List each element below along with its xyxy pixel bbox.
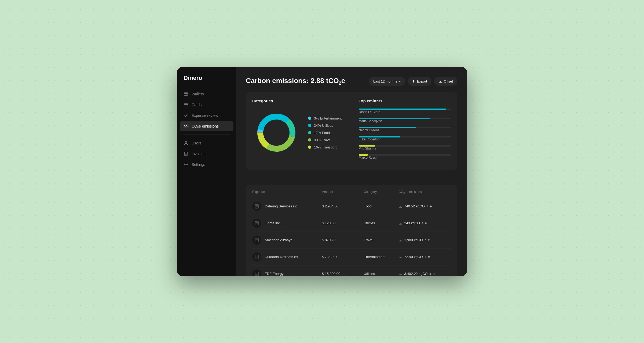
cloud-icon: ☁ (398, 221, 402, 225)
category-cell: Utilities (364, 221, 398, 225)
sidebar-item-invoices[interactable]: Invoices (177, 149, 236, 159)
legend-entertainment: 3% Entertainment (308, 116, 342, 120)
expense-cell: Figma Inc. (252, 219, 322, 228)
emitter-maria: Maria Sandqvist (359, 118, 451, 123)
sidebar-item-co2-label: CO₂e emissions (192, 124, 219, 128)
emitter-name: Luke Robertson (359, 137, 451, 141)
co2-cell: ☁ 3,402.22 kgCO2e (398, 272, 451, 276)
col-amount: Amount (322, 190, 364, 194)
check-icon (184, 113, 188, 118)
emitter-marco: Marco Rossi (359, 154, 451, 159)
page-header: Carbon emissions: 2.88 tCO2e Last 12 mon… (246, 77, 457, 86)
card-icon (184, 102, 188, 107)
sidebar-item-cards[interactable]: Cards (177, 100, 236, 110)
export-label: Export (417, 79, 427, 83)
amount-cell: $ 15,800.00 (322, 272, 364, 276)
legend-dot-entertainment (308, 117, 311, 120)
expense-name: Outdoors Retreats ltd. (265, 255, 299, 259)
legend-dot-transport (308, 146, 311, 149)
sidebar-item-expense-review-label: Expense review (192, 113, 218, 118)
col-co2: CO2e emissions (398, 190, 451, 194)
expense-cell: EDF Energy (252, 269, 322, 276)
export-button[interactable]: ⬇ Export (408, 77, 431, 86)
expense-name: Catering Services inc. (265, 204, 298, 208)
col-category: Category (364, 190, 398, 194)
table-row: Catering Services inc. $ 2,904.00 Food ☁… (252, 198, 451, 215)
period-label: Last 12 months (373, 79, 397, 83)
cloud-upload-icon: ☁ (438, 79, 442, 83)
legend-label-utilities: 34% Utilities (314, 124, 333, 128)
legend-label-food: 17% Food (314, 131, 330, 135)
download-icon: ⬇ (412, 79, 415, 83)
amount-cell: $ 7,230.00 (322, 255, 364, 259)
svg-rect-1 (186, 94, 187, 95)
sidebar-item-settings[interactable]: Settings (177, 159, 236, 170)
table-row: Outdoors Retreats ltd. $ 7,230.00 Entert… (252, 249, 451, 266)
amount-cell: $ 120.00 (322, 221, 364, 225)
sidebar-item-co2-emissions[interactable]: CO₂ CO₂e emissions (180, 121, 233, 131)
sidebar-item-users-label: Users (192, 141, 202, 145)
table-row: American Airways $ 870.20 Travel ☁ 1,980… (252, 232, 451, 249)
sidebar-item-expense-review[interactable]: Expense review (177, 110, 236, 121)
category-cell: Food (364, 204, 398, 208)
period-button[interactable]: Last 12 months ▾ (369, 77, 405, 86)
offset-button[interactable]: ☁ Offset (434, 77, 457, 86)
emitter-name: Naomi Greene (359, 128, 451, 132)
emitter-name: Priti Sharma (359, 147, 451, 150)
legend-label-entertainment: 3% Entertainment (314, 116, 342, 120)
sidebar-item-users[interactable]: Users (177, 138, 236, 148)
sidebar-item-invoices-label: Invoices (192, 152, 205, 156)
emitter-jason: Jason Le Clerc (359, 109, 451, 114)
legend-label-transport: 16% Transport (314, 145, 337, 149)
co2-cell: ☁ 740.52 kgCO2e (398, 204, 451, 208)
sidebar-item-cards-label: Cards (192, 103, 202, 107)
sidebar-nav: Wallets Cards Expense review (177, 89, 236, 170)
invoice-icon (184, 151, 188, 156)
legend-transport: 16% Transport (308, 145, 342, 149)
sidebar-item-wallets[interactable]: Wallets (177, 89, 236, 99)
app-logo: Dinero (177, 74, 236, 89)
expense-name: EDF Energy (265, 272, 284, 276)
expense-name: American Airways (265, 238, 292, 242)
legend-food: 17% Food (308, 131, 342, 135)
expense-cell: Outdoors Retreats ltd. (252, 252, 322, 262)
offset-label: Offset (444, 79, 453, 83)
user-icon (184, 141, 188, 146)
cloud-icon: ☁ (398, 272, 402, 276)
table-row: Figma Inc. $ 120.00 Utilities ☁ 243 kgCO… (252, 215, 451, 232)
chevron-down-icon: ▾ (399, 79, 401, 83)
table-section: Expense Amount Category CO2e emissions C… (246, 185, 457, 276)
emitter-name: Jason Le Clerc (359, 110, 451, 114)
legend-label-travel: 30% Travel (314, 138, 331, 142)
legend-dot-utilities (308, 124, 311, 127)
legend-dot-food (308, 131, 311, 134)
emitters-title: Top emitters (359, 99, 451, 103)
expense-cell: Catering Services inc. (252, 202, 322, 211)
wallet-icon (184, 92, 188, 96)
svg-rect-0 (184, 93, 188, 95)
emitter-luke: Luke Robertson (359, 136, 451, 141)
svg-point-3 (185, 141, 187, 143)
cloud-icon: ☁ (398, 255, 402, 259)
gear-icon (184, 162, 188, 167)
main-content: Carbon emissions: 2.88 tCO2e Last 12 mon… (236, 67, 467, 276)
app-window: Dinero Wallets (177, 67, 467, 276)
top-section: Categories (246, 92, 457, 170)
co2-cell: ☁ 1,980 kgCO2e (398, 238, 451, 242)
col-expense: Expense (252, 190, 322, 194)
emitter-naomi: Naomi Greene (359, 127, 451, 132)
sidebar-item-wallets-label: Wallets (192, 92, 204, 96)
category-cell: Utilities (364, 272, 398, 276)
co2-icon: CO₂ (184, 124, 188, 129)
header-actions: Last 12 months ▾ ⬇ Export ☁ Offset (369, 77, 457, 86)
legend-dot-travel (308, 138, 311, 141)
co2-cell: ☁ 243 kgCO2e (398, 221, 451, 225)
table-header: Expense Amount Category CO2e emissions (252, 190, 451, 198)
cloud-icon: ☁ (398, 204, 402, 208)
expense-icon (252, 219, 261, 228)
legend-utilities: 34% Utilities (308, 124, 342, 128)
page-title: Carbon emissions: 2.88 tCO2e (246, 77, 345, 86)
expense-icon (252, 202, 261, 211)
sidebar-item-settings-label: Settings (192, 162, 205, 167)
amount-cell: $ 2,904.00 (322, 204, 364, 208)
